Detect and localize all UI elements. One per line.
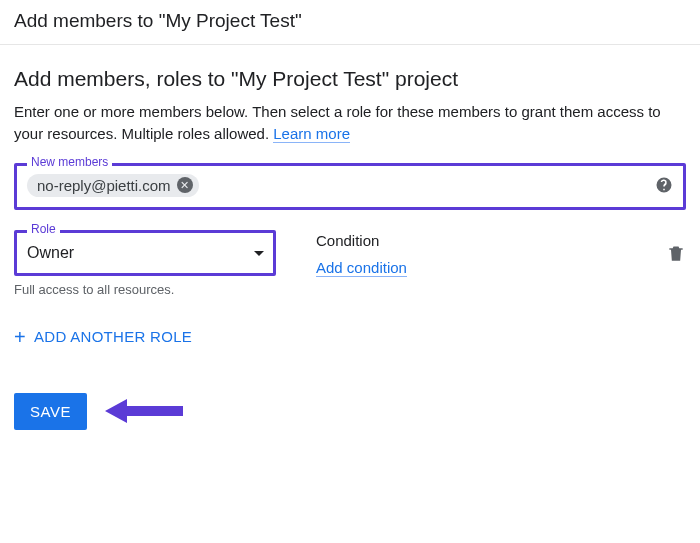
role-helper-text: Full access to all resources.: [14, 282, 276, 297]
dialog-body: Add members, roles to "My Project Test" …: [0, 45, 700, 440]
plus-icon: +: [14, 327, 26, 347]
dialog-footer: SAVE: [14, 393, 686, 430]
dialog-title: Add members to "My Project Test": [0, 0, 700, 45]
new-members-legend: New members: [27, 156, 112, 168]
new-members-field[interactable]: New members no-reply@pietti.com ✕: [14, 163, 686, 210]
help-icon[interactable]: [655, 176, 673, 194]
section-heading: Add members, roles to "My Project Test" …: [14, 67, 686, 91]
chevron-down-icon: [253, 245, 265, 261]
role-condition-row: Role Owner Full access to all resources.…: [14, 230, 686, 297]
role-column: Role Owner Full access to all resources.: [14, 230, 276, 297]
role-legend: Role: [27, 223, 60, 235]
delete-role-icon[interactable]: [666, 243, 686, 265]
add-condition-link[interactable]: Add condition: [316, 259, 407, 277]
svg-marker-0: [105, 399, 183, 423]
condition-block: Condition Add condition: [316, 232, 666, 277]
save-button[interactable]: SAVE: [14, 393, 87, 430]
condition-label: Condition: [316, 232, 666, 249]
member-chip-label: no-reply@pietti.com: [37, 177, 171, 194]
section-description: Enter one or more members below. Then se…: [14, 101, 686, 145]
add-another-role-button[interactable]: + ADD ANOTHER ROLE: [14, 327, 192, 347]
member-chip[interactable]: no-reply@pietti.com ✕: [27, 174, 199, 197]
new-members-row: no-reply@pietti.com ✕: [27, 174, 673, 197]
learn-more-link[interactable]: Learn more: [273, 125, 350, 143]
add-another-role-label: ADD ANOTHER ROLE: [34, 328, 192, 345]
condition-column: Condition Add condition: [316, 230, 686, 277]
annotation-arrow-icon: [105, 398, 183, 424]
role-select[interactable]: Role Owner: [14, 230, 276, 276]
role-selected-value: Owner: [27, 244, 253, 262]
chip-remove-icon[interactable]: ✕: [177, 177, 193, 193]
